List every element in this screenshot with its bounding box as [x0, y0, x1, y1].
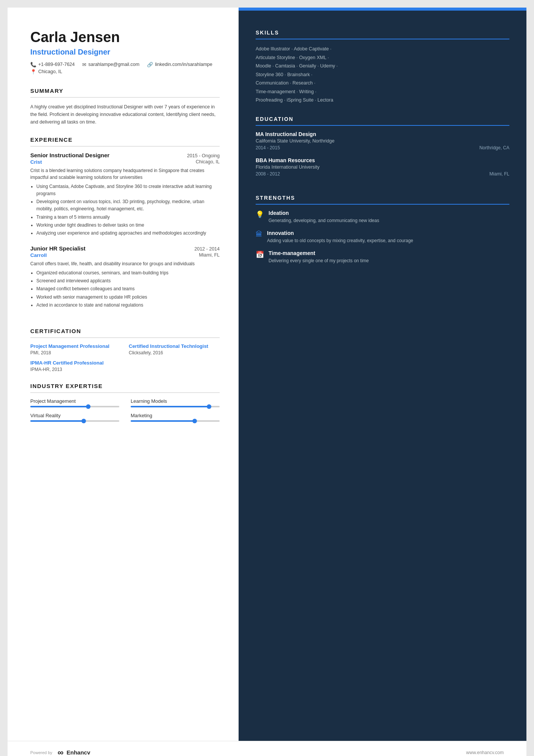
cert-org-1: PMI, 2018: [30, 350, 121, 355]
edu-item-1: MA Instructional Design California State…: [256, 131, 509, 150]
linkedin-contact: 🔗 linkedin.com/in/sarahlampe: [147, 62, 212, 67]
cert-grid: Project Management Professional PMI, 201…: [30, 343, 220, 355]
strength-content-3: Time-management Delivering every single …: [269, 250, 369, 264]
exp-company-row-2: Carroll Miami, FL: [30, 252, 220, 258]
footer-website: www.enhancv.com: [466, 750, 504, 755]
footer: Powered by ∞ Enhancv www.enhancv.com: [8, 741, 526, 756]
expertise-item-4: Marketing: [131, 413, 220, 422]
edu-details-1: 2014 - 2015 Northridge, CA: [256, 145, 509, 150]
footer-brand-name: Enhancv: [67, 749, 91, 756]
bullet-item: Screened and interviewed applicants: [36, 277, 220, 285]
location-contact: 📍 Chicago, IL: [30, 69, 62, 75]
expertise-divider: [30, 392, 220, 393]
bullet-item: Using Camtasia, Adobe Captivate, and Sto…: [36, 183, 220, 197]
footer-powered-text: Powered by: [30, 750, 52, 755]
strength-desc-3: Delivering every single one of my projec…: [269, 257, 369, 264]
bullet-item: Managed conflict between colleagues and …: [36, 285, 220, 293]
left-column: Carla Jensen Instructional Designer 📞 +1…: [8, 11, 239, 741]
contact-row-2: 📍 Chicago, IL: [30, 69, 220, 75]
skills-section: SKILLS Adobe Illustrator · Adobe Captiva…: [256, 30, 509, 105]
footer-logo: Powered by ∞ Enhancv: [30, 748, 90, 756]
experience-divider: [30, 146, 220, 147]
strength-item-1: 💡 Ideation Generating, developing, and c…: [256, 210, 509, 224]
bullet-item: Worked with senior management to update …: [36, 294, 220, 301]
cert-name-2: Certified Instructional Technlogist: [129, 343, 220, 349]
exp-desc-2: Carroll offers travel, life, health, and…: [30, 260, 220, 267]
expertise-dot-4: [192, 419, 197, 423]
summary-title: SUMMARY: [30, 88, 220, 94]
exp-item-2: Junior HR Specialist 2012 - 2014 Carroll…: [30, 245, 220, 309]
education-divider: [256, 125, 509, 126]
email-icon: ✉: [82, 62, 86, 67]
exp-bullets-1: Using Camtasia, Adobe Captivate, and Sto…: [30, 183, 220, 237]
skills-text: Adobe Illustrator · Adobe Captivate · Ar…: [256, 45, 509, 105]
expertise-bar-bg-4: [131, 420, 220, 422]
location-icon: 📍: [30, 69, 36, 75]
innovation-icon: 🏛: [256, 230, 262, 244]
bullet-item: Working under tight deadlines to deliver…: [36, 222, 220, 229]
edu-date-1: 2014 - 2015: [256, 145, 280, 150]
exp-role-1: Senior Instructional Designer: [30, 152, 109, 158]
expertise-dot-2: [207, 404, 211, 409]
exp-desc-1: Crist is a blended learning solutions co…: [30, 167, 220, 181]
strength-name-2: Innovation: [267, 230, 413, 236]
strength-name-3: Time-management: [269, 250, 369, 256]
expertise-title: INDUSTRY EXPERTISE: [30, 383, 220, 389]
phone-contact: 📞 +1-889-697-7624: [30, 62, 75, 67]
edu-location-1: Northridge, CA: [479, 145, 509, 150]
certification-section: CERTIFICATION Project Management Profess…: [30, 328, 220, 372]
resume-page: Carla Jensen Instructional Designer 📞 +1…: [8, 11, 526, 741]
expertise-item-1: Project Management: [30, 398, 119, 407]
phone-text: +1-889-697-7624: [38, 62, 75, 67]
edu-location-2: Miami, FL: [489, 171, 509, 177]
summary-section: SUMMARY A highly creative yet discipline…: [30, 88, 220, 126]
cert-item-1: Project Management Professional PMI, 201…: [30, 343, 121, 355]
certification-title: CERTIFICATION: [30, 328, 220, 334]
candidate-name: Carla Jensen: [30, 30, 220, 45]
strength-content-2: Innovation Adding value to old concepts …: [267, 230, 413, 244]
expertise-label-3: Virtual Reality: [30, 413, 119, 418]
skills-line-2: Articulate Storyline · Oxygen XML ·: [256, 55, 329, 60]
bullet-item: Training a team of 5 interns annually: [36, 214, 220, 221]
strengths-divider: [256, 204, 509, 205]
candidate-title: Instructional Designer: [30, 48, 220, 56]
strength-item-3: 📅 Time-management Delivering every singl…: [256, 250, 509, 264]
exp-company-row-1: Crist Chicago, IL: [30, 159, 220, 165]
exp-role-2: Junior HR Specialist: [30, 245, 86, 252]
summary-text: A highly creative yet disciplined Instru…: [30, 103, 220, 126]
expertise-label-2: Learning Models: [131, 398, 220, 404]
cert-single: IPMA-HR Certified Professional IPMA-HR, …: [30, 360, 220, 372]
cert-org-3: IPMA-HR, 2013: [30, 367, 220, 372]
strength-desc-2: Adding value to old concepts by mixing c…: [267, 237, 413, 244]
expertise-bar-bg-1: [30, 406, 119, 407]
expertise-bar-bg-3: [30, 420, 119, 422]
bullet-item: Developing content on various topics, in…: [36, 198, 220, 213]
exp-item-1: Senior Instructional Designer 2015 - Ong…: [30, 152, 220, 237]
exp-date-2: 2012 - 2014: [194, 246, 220, 252]
time-management-icon: 📅: [256, 250, 264, 264]
strength-desc-1: Generating, developing, and communicatin…: [269, 217, 379, 224]
expertise-label-1: Project Management: [30, 398, 119, 404]
edu-degree-1: MA Instructional Design: [256, 131, 509, 137]
skills-divider: [256, 39, 509, 39]
exp-bullets-2: Organized educational courses, seminars,…: [30, 269, 220, 309]
experience-section: EXPERIENCE Senior Instructional Designer…: [30, 136, 220, 317]
summary-divider: [30, 97, 220, 98]
bullet-item: Acted in accordance to state and nationa…: [36, 302, 220, 309]
cert-item-2: Certified Instructional Technlogist Clic…: [129, 343, 220, 355]
contact-row-1: 📞 +1-889-697-7624 ✉ sarahlampe@gmail.com…: [30, 62, 220, 67]
edu-degree-2: BBA Human Resources: [256, 157, 509, 163]
resume-wrapper: Carla Jensen Instructional Designer 📞 +1…: [8, 8, 526, 756]
email-text: sarahlampe@gmail.com: [88, 62, 139, 67]
expertise-bar-fill-2: [131, 406, 209, 407]
skills-line-1: Adobe Illustrator · Adobe Captivate ·: [256, 46, 331, 52]
exp-location-1: Chicago, IL: [196, 159, 220, 165]
exp-location-2: Miami, FL: [199, 252, 220, 258]
edu-details-2: 2008 - 2012 Miami, FL: [256, 171, 509, 177]
education-title: EDUCATION: [256, 116, 509, 122]
bullet-item: Organized educational courses, seminars,…: [36, 269, 220, 277]
expertise-bar-fill-4: [131, 420, 195, 422]
expertise-dot-3: [81, 419, 86, 423]
skills-title: SKILLS: [256, 30, 509, 36]
email-contact: ✉ sarahlampe@gmail.com: [82, 62, 139, 67]
